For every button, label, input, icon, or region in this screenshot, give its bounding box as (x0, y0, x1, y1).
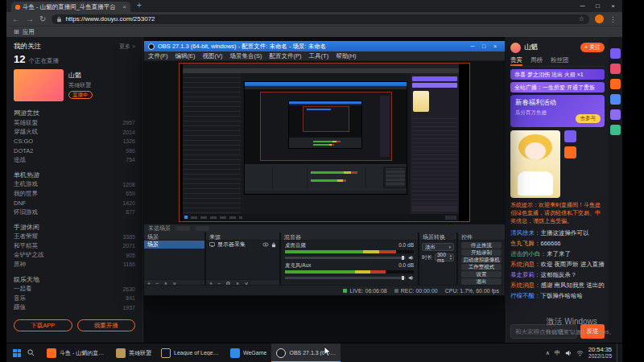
clock[interactable]: 20:54:35 2022/1/25 (588, 347, 612, 360)
widget-tile[interactable] (564, 146, 576, 158)
mic-speaker-icon[interactable] (408, 275, 414, 281)
category-item[interactable]: 我的世界659 (14, 189, 135, 199)
taskbar-app-douyu[interactable]: 斗鱼 - 山魈的直播间 (42, 343, 111, 362)
obs-maximize-button[interactable]: □ (478, 43, 489, 49)
browser-menu-icon[interactable]: ⋮ (609, 15, 617, 23)
taskbar-app-lol-client[interactable]: 英雄联盟 (111, 343, 156, 362)
obs-minimize-button[interactable]: ─ (467, 43, 478, 49)
category-item[interactable]: 金铲铲之战905 (14, 251, 135, 261)
toolbar-chip[interactable] (196, 226, 209, 231)
category-item[interactable]: 一起看2630 (14, 285, 135, 294)
volume-slider[interactable] (285, 277, 406, 279)
menu-help[interactable]: 帮助(H) (336, 52, 356, 60)
show-desktop-button[interactable] (617, 343, 620, 362)
chat-tab[interactable]: 粉丝团 (551, 56, 569, 66)
menu-edit[interactable]: 编辑(E) (175, 52, 196, 60)
virtual-camera-button[interactable]: 启动虚拟摄像机 (461, 257, 502, 263)
category-item[interactable]: 主机游戏1208 (14, 180, 135, 190)
scene-list-item[interactable]: 场景 (144, 241, 204, 249)
activity-button[interactable]: 去参与 (576, 114, 601, 123)
volume-slider[interactable] (285, 257, 406, 259)
exit-button[interactable]: 退出 (461, 278, 502, 285)
visibility-eye-icon[interactable] (262, 242, 269, 247)
category-item[interactable]: 音乐841 (14, 294, 135, 303)
category-item[interactable]: 英雄联盟2957 (14, 118, 135, 128)
category-item[interactable]: CS:GO1326 (14, 137, 135, 146)
close-button[interactable]: × (605, 0, 621, 12)
apps-label[interactable]: 应用 (23, 28, 35, 36)
taskbar-app-league[interactable]: League of Legends (156, 343, 225, 362)
broadcast-banner[interactable]: 全站广播：一生所爱 开通了贵族 (510, 82, 605, 93)
captured-screen-frame (180, 64, 469, 221)
chat-tab[interactable]: 贵宾 (510, 56, 522, 66)
back-icon[interactable]: ← (12, 12, 20, 26)
activity-card[interactable]: 新春福利活动 瓜分百万鱼翅 去参与 (510, 95, 605, 127)
source-list-item[interactable]: 显示器采集 (206, 241, 279, 249)
start-stream-button[interactable]: 我要开播 (77, 319, 136, 331)
category-item[interactable]: DOTA2986 (14, 146, 135, 156)
stop-streaming-button[interactable]: 停止推流 (461, 242, 502, 249)
ime-indicator[interactable]: 中 (555, 349, 560, 357)
browser-tab[interactable]: 斗鱼 - 山魈的直播间_斗鱼直播平台 × (11, 2, 130, 12)
widget-tile[interactable] (564, 130, 576, 142)
rail-widget[interactable] (610, 94, 621, 105)
menu-view[interactable]: 视图(V) (203, 52, 223, 60)
studio-mode-button[interactable]: 工作室模式 (461, 264, 502, 270)
search-button[interactable] (27, 349, 42, 356)
start-button[interactable] (6, 343, 27, 362)
category-item[interactable]: 颜值1937 (14, 303, 135, 313)
rail-widget[interactable] (610, 79, 621, 89)
menu-tools[interactable]: 工具(T) (309, 52, 329, 60)
category-count: 659 (126, 191, 135, 196)
chat-message: 系统消息：感谢 南风知我意 送出的鱼丸 ×100 (510, 280, 605, 290)
menu-scene-collection[interactable]: 场景集合(S) (230, 52, 262, 60)
chat-tab[interactable]: 周榜 (530, 56, 543, 66)
transition-select[interactable]: 淡出 ▾ (422, 243, 454, 251)
tab-close-icon[interactable]: × (122, 2, 126, 12)
gift-banner[interactable]: 恭喜 梦之泪伤 送出 火箭 ×1 (510, 69, 605, 80)
profile-avatar[interactable] (595, 14, 604, 23)
apps-grid-icon[interactable]: ⊞ (14, 28, 19, 35)
network-wifi-icon[interactable] (576, 350, 584, 356)
category-item[interactable]: 怀旧游戏877 (14, 208, 135, 217)
address-bar[interactable]: https://www.douyu.com/253072 ☆ (52, 14, 589, 24)
obs-preview[interactable] (144, 61, 505, 224)
maximize-button[interactable]: □ (590, 0, 605, 12)
category-item[interactable]: 和平精英2071 (14, 241, 135, 251)
reload-icon[interactable]: ↻ (39, 12, 46, 26)
menu-profile[interactable]: 配置文件(P) (270, 52, 302, 60)
minimize-button[interactable]: ─ (575, 0, 590, 12)
rail-widget[interactable] (610, 125, 621, 135)
obs-titlebar[interactable]: OBS 27.1.3 (64-bit, windows) - 配置文件: 未命名… (144, 41, 505, 51)
follow-more-link[interactable]: 更多 > (119, 43, 135, 51)
rail-widget[interactable] (610, 64, 621, 74)
category-count: 1326 (122, 138, 135, 144)
rail-widget[interactable] (610, 109, 621, 120)
obs-close-button[interactable]: × (489, 43, 501, 49)
category-item[interactable]: 逆战754 (14, 155, 135, 165)
category-item[interactable]: 王者荣耀3385 (14, 232, 135, 242)
volume-tray-icon[interactable] (565, 350, 572, 356)
category-count: 1937 (122, 305, 135, 311)
category-item[interactable]: 原神1166 (14, 260, 135, 269)
download-app-button[interactable]: 下载APP (14, 319, 72, 331)
forward-icon[interactable]: → (26, 12, 34, 26)
duration-spinner[interactable]: 300 ms ▴▾ (435, 253, 454, 261)
bookmark-star-icon[interactable]: ☆ (579, 15, 584, 23)
category-item[interactable]: DNF1420 (14, 199, 135, 208)
toolbar-chip[interactable] (176, 226, 190, 231)
new-tab-button[interactable]: + (137, 1, 142, 10)
rail-widget[interactable] (610, 48, 621, 59)
tray-expand-icon[interactable]: ∧ (546, 350, 550, 356)
lock-icon[interactable] (271, 242, 276, 248)
follow-button[interactable]: + 关注 (580, 43, 605, 52)
menu-file[interactable]: 文件(F) (148, 52, 168, 60)
mixer-dock: 混音器 桌面音频 0.0 dB (281, 232, 418, 286)
speaker-icon[interactable] (408, 255, 414, 261)
followed-streamer-card[interactable]: 山魈 英雄联盟 直播中 (14, 69, 135, 103)
taskbar-app-wegame[interactable]: WeGame (225, 343, 271, 362)
settings-button[interactable]: 设置 (461, 271, 502, 278)
category-item[interactable]: 穿越火线2014 (14, 128, 135, 138)
start-recording-button[interactable]: 开始录制 (461, 249, 502, 256)
spinner-arrows-icon[interactable]: ▴▾ (450, 254, 452, 261)
